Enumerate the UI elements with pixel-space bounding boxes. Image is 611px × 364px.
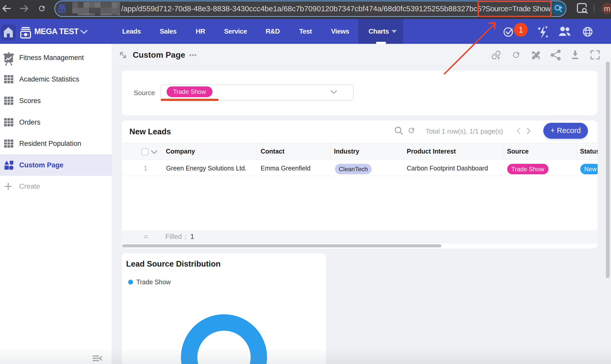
svg-text:1: 1 bbox=[518, 25, 523, 34]
svg-text:m: m bbox=[604, 4, 610, 13]
